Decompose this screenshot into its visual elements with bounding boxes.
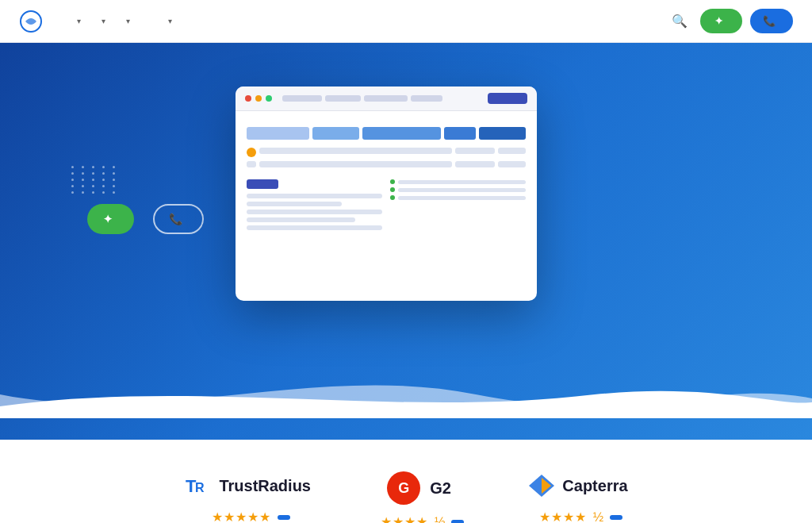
nav-item-login[interactable] xyxy=(182,17,197,26)
mock-agenda-panel xyxy=(247,175,382,233)
mock-email-row xyxy=(390,187,526,192)
mock-line xyxy=(247,225,382,230)
nav-item-industries[interactable]: ▾ xyxy=(115,12,138,30)
capterra-half-star: ½ xyxy=(593,510,603,524)
trustradius-review: T R TrustRadius ★★★★★ xyxy=(184,471,311,523)
mock-cell xyxy=(498,148,526,154)
wave-svg xyxy=(0,363,812,418)
mock-email-row xyxy=(390,179,526,184)
capterra-logo: Capterra xyxy=(527,471,627,500)
hero-book-demo-button[interactable]: 📞 xyxy=(153,204,204,234)
sparkle-icon: ✦ xyxy=(714,15,723,27)
trustradius-name: TrustRadius xyxy=(219,477,311,495)
phone-icon: 📞 xyxy=(169,213,182,225)
mock-topbar xyxy=(236,87,537,111)
chevron-down-icon: ▾ xyxy=(168,17,172,25)
mock-cell xyxy=(259,148,452,154)
mock-email-line xyxy=(398,196,526,200)
mock-expand-dot xyxy=(266,95,272,102)
mock-email-panel xyxy=(390,175,526,233)
status-green-dot xyxy=(390,179,395,184)
chevron-down-icon: ▾ xyxy=(126,17,130,25)
mock-cell xyxy=(259,161,452,167)
nav-menu: ▾ ▾ ▾ ▾ xyxy=(66,12,667,30)
capterra-review: Capterra ★★★★½ xyxy=(527,471,627,523)
mock-action-button xyxy=(488,93,527,104)
mock-tab-4 xyxy=(411,95,442,102)
mock-email-line xyxy=(398,180,526,184)
mock-stage-3 xyxy=(362,127,441,140)
capterra-name: Capterra xyxy=(562,477,627,495)
request-demo-button[interactable]: 📞 xyxy=(750,9,793,33)
capterra-stars: ★★★★ xyxy=(539,510,587,523)
mock-cell xyxy=(247,161,256,167)
mock-stage-4 xyxy=(444,127,476,140)
chevron-down-icon: ▾ xyxy=(77,17,81,25)
hero-text-block: ✦ 📞 xyxy=(87,145,204,242)
mock-line xyxy=(247,210,382,214)
trustradius-badge xyxy=(278,515,290,520)
nav-item-sales-solutions[interactable]: ▾ xyxy=(66,12,89,30)
hero-try-free-button[interactable]: ✦ xyxy=(87,204,134,234)
navbar-actions: 🔍 ✦ 📞 xyxy=(667,9,793,33)
trustradius-icon: T R xyxy=(184,471,213,500)
mock-line xyxy=(247,202,342,206)
mock-cell xyxy=(498,161,526,167)
status-green-dot xyxy=(390,187,395,192)
g2-name: G2 xyxy=(430,479,451,498)
g2-badge xyxy=(451,520,464,524)
g2-stars: ★★★★ xyxy=(381,514,428,523)
crm-mockup xyxy=(236,87,537,301)
mock-email-line xyxy=(398,188,526,192)
svg-text:R: R xyxy=(195,481,205,494)
sparkle-icon: ✦ xyxy=(103,213,113,225)
mock-agenda-button xyxy=(247,179,278,189)
mock-cell xyxy=(455,148,495,154)
try-free-button[interactable]: ✦ xyxy=(700,9,742,33)
trustradius-stars: ★★★★★ xyxy=(212,510,271,523)
capterra-icon xyxy=(527,471,556,500)
mock-line xyxy=(247,194,382,198)
nav-item-how-different[interactable]: ▾ xyxy=(90,12,113,30)
mock-minimize-dot xyxy=(255,95,262,102)
mock-bottom-panels xyxy=(247,175,526,233)
mock-line xyxy=(247,217,355,222)
mock-tab-2 xyxy=(325,95,361,102)
logo-icon xyxy=(19,10,43,33)
nav-item-pricing[interactable] xyxy=(140,17,155,26)
mock-tab-1 xyxy=(282,95,322,102)
mock-pipeline xyxy=(247,127,526,140)
mock-stage-2 xyxy=(312,127,359,140)
nav-item-resources[interactable]: ▾ xyxy=(157,12,180,30)
search-button[interactable]: 🔍 xyxy=(667,9,692,33)
mock-tab-3 xyxy=(364,95,408,102)
hero-title xyxy=(87,145,204,180)
phone-icon: 📞 xyxy=(763,15,776,27)
wave-separator xyxy=(0,363,812,418)
mock-table-row-1 xyxy=(247,148,526,157)
search-icon: 🔍 xyxy=(672,14,688,28)
mock-tabs xyxy=(282,95,484,102)
mock-stage-1 xyxy=(247,127,309,140)
mock-body xyxy=(236,111,537,243)
capterra-badge xyxy=(610,515,622,520)
mock-stage-5 xyxy=(479,127,526,140)
mock-close-dot xyxy=(245,95,251,102)
g2-score-row: ★★★★½ xyxy=(374,514,464,523)
mock-email-row xyxy=(390,195,526,200)
capterra-score-row: ★★★★½ xyxy=(533,510,622,523)
chevron-down-icon: ▾ xyxy=(102,17,105,25)
mock-table-row-2 xyxy=(247,161,526,167)
g2-half-star: ½ xyxy=(435,515,445,524)
hero-section: const grid = document.querySelector('.do… xyxy=(0,43,812,440)
g2-icon: G xyxy=(387,471,420,505)
reviews-section: T R TrustRadius ★★★★★ G G2 ★★★★½ xyxy=(0,440,812,523)
trustradius-logo: T R TrustRadius xyxy=(184,471,311,500)
logo[interactable] xyxy=(19,10,48,33)
mock-cell xyxy=(455,161,495,167)
g2-logo: G G2 xyxy=(387,471,451,505)
trustradius-score-row: ★★★★★ xyxy=(205,510,290,523)
hero-cta-group: ✦ 📞 xyxy=(87,204,204,234)
navbar: ▾ ▾ ▾ ▾ 🔍 ✦ 📞 xyxy=(0,0,812,43)
mock-status-dot xyxy=(247,148,256,157)
